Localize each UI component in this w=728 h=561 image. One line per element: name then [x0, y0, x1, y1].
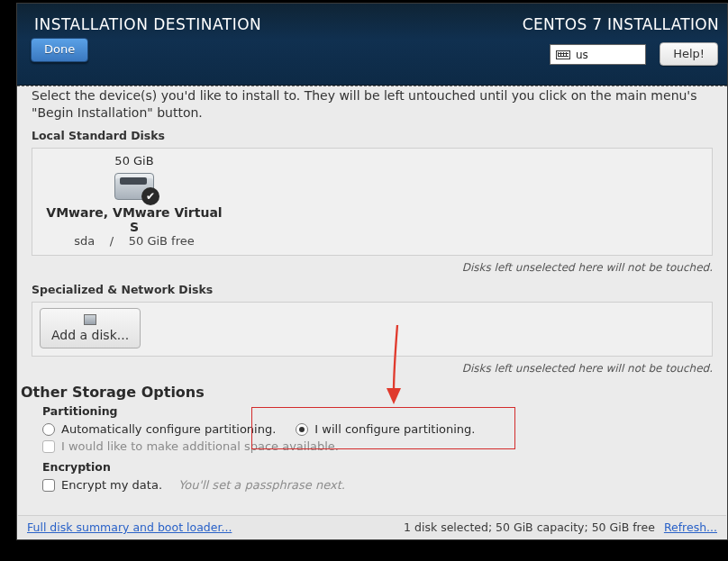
checkbox-icon	[42, 440, 55, 453]
disk-small-icon	[84, 314, 96, 325]
selection-status: 1 disk selected; 50 GiB capacity; 50 GiB…	[404, 520, 655, 534]
encryption-note: You'll set a passphrase next.	[178, 478, 345, 492]
local-disks-heading: Local Standard Disks	[32, 129, 713, 142]
encryption-label: Encryption	[42, 460, 713, 474]
checkbox-additional-space: I would like to make additional space av…	[42, 439, 339, 453]
keyboard-layout-value: us	[576, 49, 588, 61]
other-storage-heading: Other Storage Options	[21, 384, 713, 401]
partitioning-label: Partitioning	[42, 404, 713, 418]
installer-window: INSTALLATION DESTINATION CENTOS 7 INSTAL…	[16, 3, 728, 540]
checkbox-encrypt[interactable]: Encrypt my data.	[42, 478, 162, 492]
radio-icon	[296, 423, 308, 436]
radio-icon	[42, 423, 55, 436]
installer-name: CENTOS 7 INSTALLATION	[523, 15, 719, 33]
disk-name: VMware, VMware Virtual S	[40, 205, 229, 234]
network-disks-container: Add a disk...	[32, 302, 713, 357]
keyboard-icon	[556, 50, 570, 59]
refresh-link[interactable]: Refresh...	[664, 520, 717, 534]
radio-manual-partitioning[interactable]: I will configure partitioning.	[296, 422, 475, 436]
local-disks-hint: Disks left unselected here will not be t…	[32, 261, 713, 274]
intro-text: Select the device(s) you'd like to insta…	[32, 86, 713, 122]
add-disk-button[interactable]: Add a disk...	[40, 308, 141, 348]
checkbox-icon	[42, 479, 55, 492]
disk-icon-wrap: ✔	[114, 173, 154, 200]
network-disks-heading: Specialized & Network Disks	[32, 283, 713, 296]
network-disks-hint: Disks left unselected here will not be t…	[32, 362, 713, 375]
selected-check-icon: ✔	[141, 187, 159, 205]
help-button[interactable]: Help!	[660, 42, 718, 66]
disk-size: 50 GiB	[114, 154, 153, 167]
disk-item[interactable]: 50 GiB ✔ VMware, VMware Virtual S sda / …	[40, 154, 229, 248]
content-area: Select the device(s) you'd like to insta…	[17, 86, 727, 515]
keyboard-layout-button[interactable]: us	[550, 44, 646, 65]
done-button[interactable]: Done	[31, 38, 88, 62]
local-disks-container: 50 GiB ✔ VMware, VMware Virtual S sda / …	[32, 148, 713, 256]
disk-summary-link[interactable]: Full disk summary and boot loader...	[27, 520, 232, 534]
header-bar: INSTALLATION DESTINATION CENTOS 7 INSTAL…	[17, 4, 727, 86]
disk-details: sda / 50 GiB free	[74, 234, 195, 248]
radio-auto-partitioning[interactable]: Automatically configure partitioning.	[42, 422, 276, 436]
footer-bar: Full disk summary and boot loader... 1 d…	[18, 515, 726, 538]
page-title: INSTALLATION DESTINATION	[34, 15, 261, 33]
